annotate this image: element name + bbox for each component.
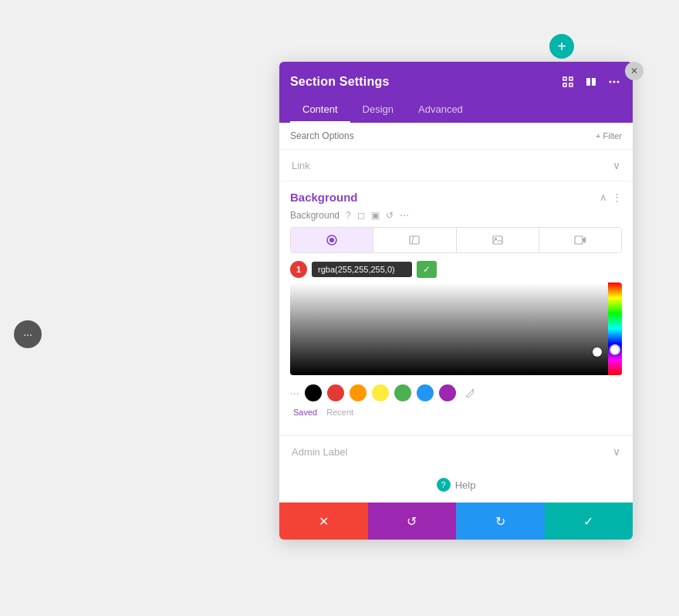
eyedropper-icon[interactable] [461,384,478,401]
link-section[interactable]: Link ∨ [279,150,633,181]
background-type-tabs [290,227,622,253]
svg-rect-5 [592,78,596,86]
swatch-green[interactable] [394,384,411,401]
dots-icon: ··· [23,328,32,340]
help-question-icon[interactable]: ? [346,210,351,221]
color-value-input[interactable] [312,262,412,277]
svg-point-8 [617,81,620,83]
action-bar: ✕ ↺ ↻ ✓ [279,503,633,540]
help-circle-icon: ? [437,478,451,492]
admin-chevron-icon: ∨ [613,445,620,458]
background-section: Background ∧ ⋮ Background ? ◻ ▣ ↺ ⋯ [279,181,633,435]
panel-body: + Filter Link ∨ Background ∧ ⋮ Backgroun… [279,123,633,503]
background-label: Background [290,210,340,221]
svg-rect-11 [410,236,419,244]
bg-tab-image[interactable] [457,228,539,252]
swatches-row: ··· [290,381,622,404]
step-badge: 1 [290,261,307,278]
section-settings-panel: Section Settings [279,62,633,540]
background-label-row: Background ? ◻ ▣ ↺ ⋯ [290,210,622,221]
cancel-icon: ✕ [319,514,329,529]
swatch-tabs: Saved Recent [290,408,622,417]
admin-label-section[interactable]: Admin Label ∨ [279,435,633,467]
svg-rect-1 [569,77,573,80]
swatch-orange[interactable] [350,384,367,401]
color-gradient-canvas[interactable] [290,283,622,375]
swatch-purple[interactable] [439,384,456,401]
close-icon: ✕ [630,66,638,76]
color-input-row: 1 ✓ [290,261,622,278]
tab-advanced[interactable]: Advanced [406,97,475,123]
more-options-button[interactable]: ··· [14,320,42,348]
undo-icon[interactable]: ↺ [386,210,394,221]
filter-button[interactable]: + Filter [596,131,622,140]
search-row: + Filter [279,123,633,150]
help-label[interactable]: Help [455,479,476,491]
svg-rect-0 [563,77,566,80]
recent-tab[interactable]: Recent [326,408,353,417]
cancel-button[interactable]: ✕ [279,503,368,540]
save-button[interactable]: ✓ [545,503,633,540]
confirm-color-button[interactable]: ✓ [417,261,437,278]
saved-tab[interactable]: Saved [293,408,317,417]
picker-handle[interactable] [593,347,602,357]
swatch-blue[interactable] [417,384,434,401]
hue-handle[interactable] [610,344,620,355]
panel-close-button[interactable]: ✕ [625,62,644,80]
redo-button[interactable]: ↻ [456,503,545,540]
filter-label: + Filter [596,131,622,140]
svg-line-12 [412,236,414,244]
fullscreen-icon[interactable] [560,74,576,90]
swatch-black[interactable] [305,384,322,401]
color-picker: 1 ✓ [290,261,622,417]
more-icon[interactable] [606,74,622,90]
svg-rect-13 [493,236,502,244]
link-label: Link [292,160,310,171]
background-section-icons: ∧ ⋮ [600,191,622,203]
svg-point-6 [610,81,612,83]
collapse-icon[interactable]: ∧ [600,191,607,203]
reset-icon: ↺ [407,514,417,529]
panel-header: Section Settings [279,62,633,123]
header-icons [560,74,622,90]
hue-slider[interactable] [608,283,622,375]
svg-point-10 [329,238,334,242]
swatch-red[interactable] [327,384,344,401]
reset-button[interactable]: ↺ [368,503,457,540]
svg-rect-15 [575,236,583,244]
help-row: ? Help [279,467,633,503]
svg-rect-2 [563,83,566,86]
columns-icon[interactable] [583,74,599,90]
more-swatches-icon[interactable]: ··· [290,387,299,399]
panel-tabs: Content Design Advanced [290,97,622,123]
bg-tab-video[interactable] [539,228,621,252]
admin-label: Admin Label [292,446,347,458]
svg-rect-4 [586,78,590,86]
tab-content[interactable]: Content [290,97,350,123]
tab-design[interactable]: Design [350,97,406,123]
mobile-icon[interactable]: ▣ [371,210,380,221]
swatch-yellow[interactable] [372,384,389,401]
bg-tab-gradient[interactable] [373,228,456,252]
search-input[interactable] [290,130,444,141]
background-title: Background [290,191,358,204]
copy-icon[interactable]: ◻ [357,210,365,221]
redo-icon: ↻ [495,514,505,529]
plus-icon: + [557,38,566,56]
add-button[interactable]: + [549,34,574,59]
svg-point-7 [613,81,616,83]
options-icon[interactable]: ⋯ [400,210,409,221]
bg-tab-color[interactable] [291,228,373,252]
svg-rect-3 [569,83,573,86]
link-chevron-icon: ∨ [613,159,620,171]
save-icon: ✓ [583,514,593,529]
panel-title: Section Settings [290,75,390,89]
background-more-icon[interactable]: ⋮ [612,191,622,203]
